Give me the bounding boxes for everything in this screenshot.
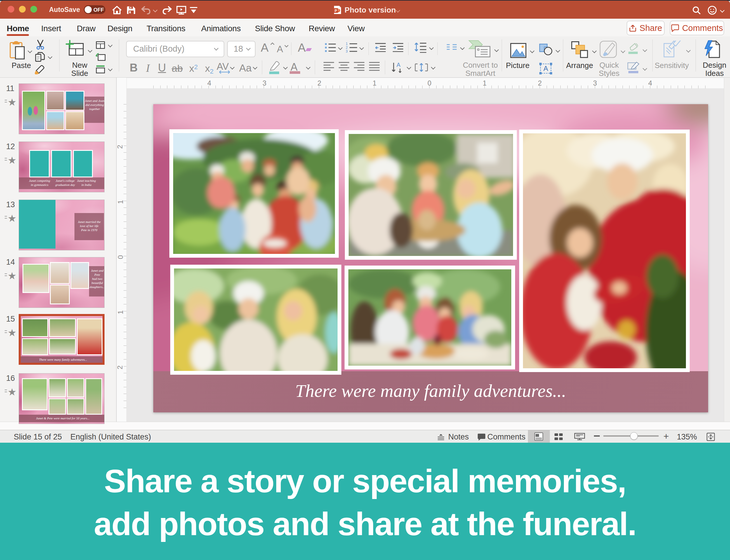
svg-text:A: A [397,62,401,68]
svg-text:P: P [334,9,337,13]
svg-text:1: 1 [346,42,348,46]
svg-text:3: 3 [346,49,348,53]
svg-text:A: A [543,64,548,72]
svg-text:2: 2 [346,46,348,50]
